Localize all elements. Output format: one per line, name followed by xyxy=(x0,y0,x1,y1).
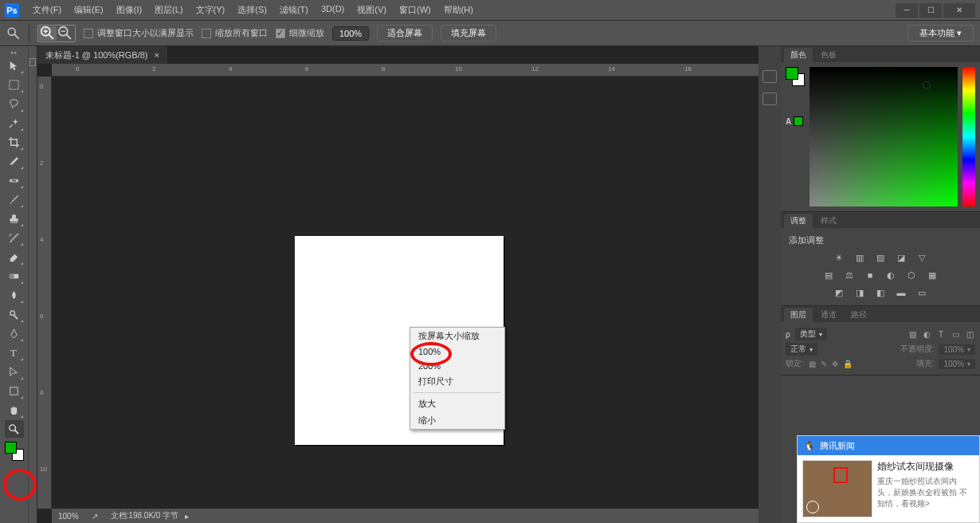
filter-pixel-icon[interactable]: ▧ xyxy=(907,328,918,340)
menu-edit[interactable]: 编辑(E) xyxy=(69,2,109,18)
tab-paths[interactable]: 路径 xyxy=(845,308,873,322)
zoom-tool[interactable] xyxy=(5,420,24,438)
tab-channels[interactable]: 通道 xyxy=(814,308,843,322)
menu-view[interactable]: 视图(V) xyxy=(351,2,392,18)
tab-styles[interactable]: 样式 xyxy=(814,214,843,228)
ctx-fit-screen[interactable]: 按屏幕大小缩放 xyxy=(410,328,504,344)
toolbox-handle[interactable]: ▸▸ xyxy=(2,49,26,56)
levels-icon[interactable]: ▥ xyxy=(852,251,868,264)
tab-adjust[interactable]: 调整 xyxy=(784,214,813,228)
tab-swatches[interactable]: 色板 xyxy=(814,48,843,62)
news-header[interactable]: 🐧 腾讯新闻 xyxy=(798,436,979,455)
color-swatches[interactable] xyxy=(5,442,24,461)
menu-type[interactable]: 文字(Y) xyxy=(190,2,231,18)
path-select-tool[interactable] xyxy=(5,363,24,380)
blur-tool[interactable] xyxy=(5,286,24,304)
eyedropper-tool[interactable] xyxy=(5,152,24,170)
vibrance-icon[interactable]: ▽ xyxy=(914,251,930,264)
lock-paint-icon[interactable]: ✎ xyxy=(821,360,827,368)
status-nav-icon[interactable]: ↗ xyxy=(92,512,98,521)
fit-screen-button[interactable]: 适合屏幕 xyxy=(377,25,433,41)
resize-window-checkbox[interactable]: 调整窗口大小以满屏显示 xyxy=(84,27,194,39)
pen-tool[interactable] xyxy=(5,324,24,342)
shape-tool[interactable] xyxy=(5,382,24,399)
fg-swatch[interactable] xyxy=(5,442,17,454)
fill-screen-button[interactable]: 填充屏幕 xyxy=(441,25,496,41)
filter-type-icon[interactable]: T xyxy=(935,328,947,340)
curves-icon[interactable]: ▨ xyxy=(872,251,888,264)
lasso-tool[interactable] xyxy=(5,95,24,112)
ctx-print-size[interactable]: 打印尺寸 xyxy=(410,373,504,390)
hand-tool[interactable] xyxy=(5,401,24,419)
news-description[interactable]: 重庆一婚纱照试衣间内 头，新娘换衣全程被拍 不知情，看视频> xyxy=(877,476,974,509)
bw-icon[interactable]: ■ xyxy=(862,269,878,281)
ctx-100[interactable]: 100% xyxy=(410,344,504,359)
lock-trans-icon[interactable]: ▦ xyxy=(809,360,816,368)
zoom-all-windows-checkbox[interactable]: 缩放所有窗口 xyxy=(202,27,268,39)
selective-icon[interactable]: ▭ xyxy=(914,286,930,299)
status-doc-info[interactable]: 文档:198.0K/0 字节 xyxy=(111,510,179,521)
brightness-icon[interactable]: ☀ xyxy=(831,251,847,264)
lock-pos-icon[interactable]: ✥ xyxy=(832,360,838,368)
news-thumbnail[interactable] xyxy=(802,460,872,517)
workspace-selector[interactable]: 基本功能 ▾ xyxy=(907,25,974,41)
close-tab-icon[interactable]: × xyxy=(155,50,159,60)
menu-layer[interactable]: 图层(L) xyxy=(149,2,188,18)
posterize-icon[interactable]: ◨ xyxy=(852,286,868,299)
layer-kind-select[interactable]: 类型 xyxy=(795,328,827,340)
threshold-icon[interactable]: ◧ xyxy=(872,286,888,299)
lock-all-icon[interactable]: 🔒 xyxy=(843,360,853,368)
gradient-tool[interactable] xyxy=(5,267,24,285)
color-spectrum[interactable] xyxy=(809,67,958,206)
lookup-icon[interactable]: ▦ xyxy=(924,269,940,281)
invert-icon[interactable]: ◩ xyxy=(831,286,847,299)
blend-mode-select[interactable]: 正常 xyxy=(786,343,817,356)
canvas-background[interactable] xyxy=(52,77,781,509)
dodge-tool[interactable] xyxy=(5,305,24,323)
photo-filter-icon[interactable]: ◐ xyxy=(883,269,899,281)
ctx-zoom-in[interactable]: 放大 xyxy=(410,395,504,412)
crop-tool[interactable] xyxy=(5,133,24,151)
status-zoom[interactable]: 100% xyxy=(58,512,79,521)
balance-icon[interactable]: ⚖ xyxy=(841,269,857,281)
marquee-tool[interactable] xyxy=(5,76,24,93)
minimize-button[interactable]: ─ xyxy=(896,3,918,18)
type-swatch[interactable]: A xyxy=(786,116,805,126)
ctx-zoom-out[interactable]: 缩小 xyxy=(410,412,504,429)
tab-color[interactable]: 颜色 xyxy=(784,48,813,62)
maximize-button[interactable]: ☐ xyxy=(919,3,942,18)
news-title[interactable]: 婚纱试衣间现摄像 xyxy=(877,460,974,474)
ctx-200[interactable]: 200% xyxy=(410,359,504,373)
panel-icon[interactable] xyxy=(762,70,777,83)
filter-adj-icon[interactable]: ◐ xyxy=(921,328,932,340)
dock-icon[interactable] xyxy=(29,58,36,66)
heal-tool[interactable] xyxy=(5,171,24,189)
zoom-percent-field[interactable]: 100% xyxy=(332,26,369,41)
menu-3d[interactable]: 3D(D) xyxy=(316,2,350,18)
wand-tool[interactable] xyxy=(5,114,24,132)
close-button[interactable]: ✕ xyxy=(943,3,975,18)
zoom-out-icon[interactable] xyxy=(57,26,74,41)
brush-tool[interactable] xyxy=(5,191,24,208)
menu-select[interactable]: 选择(S) xyxy=(232,2,272,18)
hue-bar[interactable] xyxy=(962,67,975,206)
scrubby-zoom-checkbox[interactable]: 细微缩放 xyxy=(276,27,324,39)
history-brush-tool[interactable] xyxy=(5,229,24,246)
fill-field[interactable]: 100% xyxy=(939,359,975,369)
exposure-icon[interactable]: ◪ xyxy=(893,251,909,264)
panel-icon[interactable] xyxy=(762,92,777,105)
menu-filter[interactable]: 滤镜(T) xyxy=(274,2,314,18)
menu-help[interactable]: 帮助(H) xyxy=(438,2,479,18)
mixer-icon[interactable]: ⬡ xyxy=(904,269,919,281)
menu-file[interactable]: 文件(F) xyxy=(27,2,67,18)
type-tool[interactable]: T xyxy=(5,344,24,361)
gradmap-icon[interactable]: ▬ xyxy=(893,286,909,299)
color-fgbg[interactable] xyxy=(786,67,805,86)
zoom-tool-icon[interactable] xyxy=(6,26,21,41)
eraser-tool[interactable] xyxy=(5,248,24,265)
menu-window[interactable]: 窗口(W) xyxy=(394,2,437,18)
move-tool[interactable] xyxy=(5,57,24,74)
hue-icon[interactable]: ▤ xyxy=(821,269,837,281)
stamp-tool[interactable] xyxy=(5,210,24,227)
chevron-right-icon[interactable]: ▸ xyxy=(185,512,189,521)
